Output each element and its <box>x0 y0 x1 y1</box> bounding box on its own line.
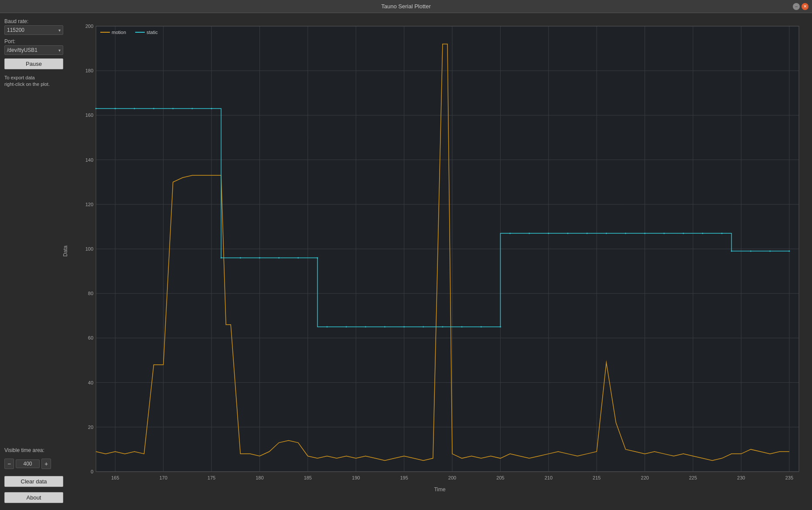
chart-container[interactable]: Data <box>72 17 808 485</box>
plot-canvas[interactable] <box>72 17 808 485</box>
close-button[interactable]: ✕ <box>802 3 809 10</box>
visible-area-label: Visible time area: <box>4 447 63 453</box>
minimize-button[interactable]: – <box>793 3 800 10</box>
window-controls: – ✕ <box>793 3 809 10</box>
export-hint: To export dataright-click on the plot. <box>4 75 63 88</box>
clear-data-button[interactable]: Clear data <box>4 476 63 487</box>
chart-area: Data Time <box>68 13 812 510</box>
baud-rate-label: Baud rate: <box>4 18 63 24</box>
stepper-input[interactable] <box>16 459 40 468</box>
baud-rate-select[interactable]: 115200 9600 19200 38400 57600 230400 <box>4 25 63 35</box>
sidebar: Baud rate: 115200 9600 19200 38400 57600… <box>0 13 68 510</box>
port-wrapper: /dev/ttyUSB1 /dev/ttyUSB0 /dev/ttyACM0 ▾ <box>4 45 63 55</box>
stepper-minus-button[interactable]: − <box>4 459 14 469</box>
pause-button[interactable]: Pause <box>4 58 63 69</box>
about-button[interactable]: About <box>4 492 63 503</box>
port-select[interactable]: /dev/ttyUSB1 /dev/ttyUSB0 /dev/ttyACM0 <box>4 45 63 55</box>
stepper-plus-button[interactable]: + <box>41 459 51 469</box>
x-axis-label: Time <box>72 486 808 493</box>
titlebar: Tauno Serial Plotter – ✕ <box>0 0 812 13</box>
app-title: Tauno Serial Plotter <box>381 3 430 10</box>
port-label: Port: <box>4 38 63 44</box>
main-layout: Baud rate: 115200 9600 19200 38400 57600… <box>0 13 812 510</box>
baud-rate-wrapper: 115200 9600 19200 38400 57600 230400 ▾ <box>4 25 63 35</box>
y-axis-label: Data <box>62 245 68 256</box>
stepper-row: − + <box>4 459 63 469</box>
